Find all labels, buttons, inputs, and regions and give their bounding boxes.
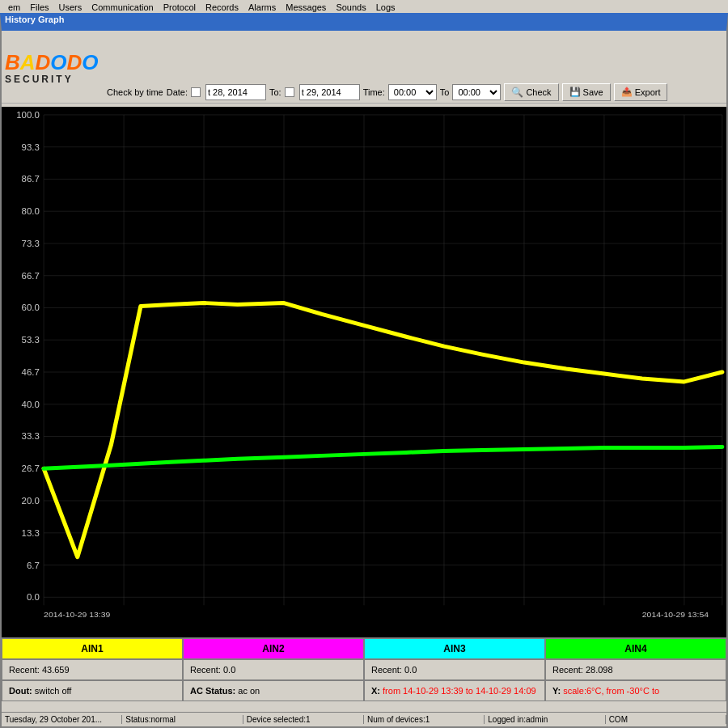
menu-messages[interactable]: Messages: [281, 2, 331, 13]
x-value: from 14-10-29 13:39 to 14-10-29 14:09: [383, 686, 536, 696]
logo-security: SECURITY: [5, 74, 99, 85]
content-toolbar: Check by time Date: To: Time: 00:00 To 0…: [2, 81, 726, 104]
svg-text:0.0: 0.0: [27, 593, 40, 603]
dout-cell: Dout: switch off: [2, 680, 183, 701]
statusbar: Tuesday, 29 October 201... Status:normal…: [2, 712, 726, 726]
search-icon: 🔍: [511, 87, 523, 98]
save-button[interactable]: 💾 Save: [562, 83, 611, 101]
ac-status-cell: AC Status: ac on: [183, 680, 364, 701]
svg-text:46.7: 46.7: [22, 367, 40, 377]
check-btn-label: Check: [526, 87, 551, 97]
export-icon: 📤: [621, 87, 633, 97]
logo-text: BADODO: [5, 50, 99, 75]
logo-o2: O: [82, 50, 98, 74]
menu-em[interactable]: em: [3, 2, 25, 13]
svg-text:40.0: 40.0: [22, 400, 40, 409]
check-button[interactable]: 🔍 Check: [504, 83, 558, 101]
chart-svg: 100.0 93.3 86.7 80.0 73.3 66.7 60.0 53.3…: [2, 107, 726, 637]
logo-o: O: [50, 50, 66, 74]
y-cell: Y: scale:6°C, from -30°C to: [545, 680, 726, 701]
chart-container: 100.0 93.3 86.7 80.0 73.3 66.7 60.0 53.3…: [2, 107, 726, 637]
y-label: Y:: [552, 686, 561, 696]
ain4-recent: Recent: 28.098: [545, 659, 726, 680]
status-logged-in: Logged in:admin: [485, 715, 605, 724]
date-to-checkbox[interactable]: [285, 87, 294, 97]
to-label: To:: [269, 87, 281, 97]
logo-d2: D: [67, 50, 83, 74]
ac-value: ac on: [238, 686, 260, 696]
y-value: scale:6°C, from -30°C to: [563, 686, 659, 696]
status-num-devices: Num of devices:1: [364, 715, 485, 724]
date-from-input[interactable]: [205, 84, 266, 100]
ain4-label: AIN4: [545, 638, 726, 659]
ain1-recent: Recent: 43.659: [2, 659, 183, 680]
dout-label: Dout:: [9, 686, 32, 696]
svg-text:60.0: 60.0: [22, 303, 40, 313]
info-row: Dout: switch off AC Status: ac on X: fro…: [2, 680, 726, 701]
date-label: Date:: [167, 87, 188, 97]
logo-a: A: [20, 50, 36, 74]
menu-alarms[interactable]: Alarms: [243, 2, 281, 13]
svg-text:86.7: 86.7: [22, 175, 40, 184]
recent-values-row: Recent: 43.659 Recent: 0.0 Recent: 0.0 R…: [2, 659, 726, 680]
ain3-label: AIN3: [364, 638, 545, 659]
status-datetime: Tuesday, 29 October 201...: [2, 715, 122, 724]
ain3-recent: Recent: 0.0: [364, 659, 545, 680]
ain-label-row: AIN1 AIN2 AIN3 AIN4: [2, 638, 726, 659]
svg-text:2014-10-29 13:54: 2014-10-29 13:54: [642, 610, 709, 619]
menu-files[interactable]: Files: [25, 2, 53, 13]
svg-text:26.7: 26.7: [22, 463, 40, 473]
ain1-label: AIN1: [2, 638, 183, 659]
ain2-label: AIN2: [183, 638, 364, 659]
main-window: em Files Users Communication Protocol Re…: [0, 0, 728, 728]
svg-text:66.7: 66.7: [22, 271, 40, 281]
logo-block: BADODO SECURITY: [5, 50, 99, 85]
dout-value: switch off: [35, 686, 72, 696]
menu-records[interactable]: Records: [201, 2, 243, 13]
to-time-label: To: [440, 87, 450, 97]
ac-label: AC Status:: [190, 686, 235, 696]
svg-text:20.0: 20.0: [22, 496, 40, 506]
menu-logs[interactable]: Logs: [371, 2, 400, 13]
svg-text:93.3: 93.3: [22, 142, 40, 152]
svg-text:2014-10-29 13:39: 2014-10-29 13:39: [44, 610, 111, 619]
bottom-panels: AIN1 AIN2 AIN3 AIN4 Recent: 43.659 Recen…: [2, 637, 726, 700]
save-btn-label: Save: [583, 87, 603, 97]
menu-sounds[interactable]: Sounds: [331, 2, 370, 13]
menu-communication[interactable]: Communication: [87, 2, 158, 13]
status-device: Device selected:1: [243, 715, 364, 724]
history-graph-window: History Graph BADODO SECURITY Check by t…: [0, 13, 728, 728]
check-by-time-label: Check by time: [107, 87, 163, 97]
menu-users[interactable]: Users: [54, 2, 87, 13]
x-label: X:: [371, 686, 380, 696]
time-from-select[interactable]: 00:00: [388, 84, 437, 100]
status-status: Status:normal: [122, 715, 243, 724]
logo-b: B: [5, 50, 20, 74]
svg-text:6.7: 6.7: [27, 561, 40, 570]
svg-text:73.3: 73.3: [22, 239, 40, 248]
menu-protocol[interactable]: Protocol: [159, 2, 201, 13]
svg-text:53.3: 53.3: [22, 335, 40, 345]
logo-d: D: [36, 50, 51, 74]
time-label: Time:: [363, 87, 385, 97]
ain2-recent: Recent: 0.0: [183, 659, 364, 680]
date-from-checkbox[interactable]: [191, 87, 201, 97]
window-title: History Graph: [5, 15, 64, 24]
date-to-input[interactable]: [299, 84, 360, 100]
svg-text:80.0: 80.0: [22, 206, 40, 216]
content-area: BADODO SECURITY Check by time Date: To: …: [2, 49, 726, 726]
svg-text:100.0: 100.0: [16, 110, 40, 120]
export-btn-label: Export: [635, 87, 661, 97]
svg-text:13.3: 13.3: [22, 528, 40, 538]
svg-text:33.3: 33.3: [22, 432, 40, 442]
x-cell: X: from 14-10-29 13:39 to 14-10-29 14:09: [364, 680, 545, 701]
status-com: COM: [606, 715, 726, 724]
save-icon: 💾: [569, 87, 581, 97]
export-button[interactable]: 📤 Export: [614, 83, 668, 101]
time-to-select[interactable]: 00:00: [452, 84, 501, 100]
